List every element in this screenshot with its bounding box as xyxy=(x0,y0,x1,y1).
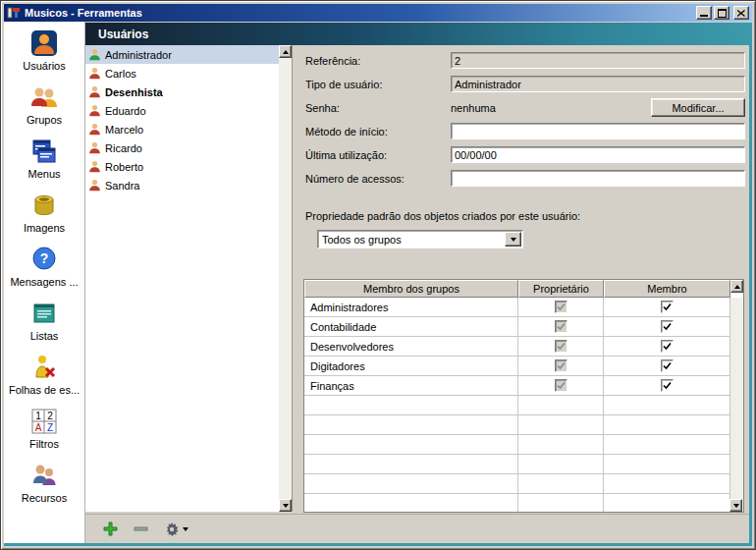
maximize-button[interactable] xyxy=(714,6,729,20)
membro-checkbox[interactable] xyxy=(661,340,674,353)
user-name: Marcelo xyxy=(105,124,143,136)
maximize-icon xyxy=(718,9,727,18)
membro-checkbox[interactable] xyxy=(661,301,674,313)
sidebar-item-label: Usuários xyxy=(23,60,65,72)
default-property-dropdown[interactable]: Todos os grupos xyxy=(317,230,523,248)
modify-password-button[interactable]: Modificar... xyxy=(651,98,745,117)
field-label: Referência: xyxy=(305,55,451,67)
form-row-tipo-de-usuario: Tipo de usuário:Administrador xyxy=(305,76,745,92)
membro-cell xyxy=(604,298,730,317)
group-row-digitadores[interactable]: Digitadores xyxy=(304,357,730,376)
ultima-utilizacao-input[interactable] xyxy=(451,146,745,163)
form-row-metodo-de-inicio: Método de início: xyxy=(305,123,745,139)
user-row-sandra[interactable]: Sandra xyxy=(85,176,279,194)
close-button[interactable] xyxy=(733,6,749,20)
user-detail-form: Referência:2Tipo de usuário:Administrado… xyxy=(296,47,745,248)
column-header-proprietario[interactable]: Proprietário xyxy=(518,280,604,298)
titlebar[interactable]: Musicos - Ferramentas xyxy=(4,4,752,22)
user-row-ricardo[interactable]: Ricardo xyxy=(85,138,279,157)
user-row-marcelo[interactable]: Marcelo xyxy=(85,120,279,138)
group-name: Administradores xyxy=(304,298,518,317)
arrow-up-icon xyxy=(283,50,289,54)
membro-cell xyxy=(604,317,730,337)
sidebar-item-imagens[interactable]: Imagens xyxy=(4,192,84,246)
user-row-administrador[interactable]: Administrador xyxy=(85,45,279,64)
user-row-desenhista[interactable]: Desenhista xyxy=(85,82,279,101)
sidebar-item-mensagens[interactable]: ?Mensagens ... xyxy=(4,246,84,300)
column-header-membro[interactable]: Membro xyxy=(604,280,730,298)
field-label: Método de início: xyxy=(305,126,451,138)
membro-checkbox[interactable] xyxy=(661,359,674,372)
window-controls xyxy=(696,6,749,20)
group-row-financas[interactable]: Finanças xyxy=(304,376,730,396)
user-item-icon xyxy=(88,123,101,136)
add-user-button[interactable] xyxy=(103,522,118,536)
sidebar-item-label: Menus xyxy=(27,168,60,180)
group-row-contabilidade[interactable]: Contabilidade xyxy=(304,317,730,337)
empty-row xyxy=(304,396,730,415)
sidebar-item-recursos[interactable]: Recursos xyxy=(4,462,84,516)
app-window: Musicos - Ferramentas UsuáriosGruposMenu… xyxy=(0,0,756,550)
proprietario-cell xyxy=(518,317,604,337)
group-name: Digitadores xyxy=(304,357,518,376)
user-name: Eduardo xyxy=(105,105,146,117)
table-scroll-down-button[interactable] xyxy=(729,499,742,512)
empty-row xyxy=(304,494,730,512)
group-row-administradores[interactable]: Administradores xyxy=(304,298,730,317)
membro-checkbox[interactable] xyxy=(661,320,674,333)
user-row-eduardo[interactable]: Eduardo xyxy=(85,101,279,120)
form-row-ultima-utilizacao: Última utilização: xyxy=(305,146,745,163)
column-header-membro-dos-grupos[interactable]: Membro dos grupos xyxy=(304,280,518,298)
sidebar: UsuáriosGruposMenusImagens?Mensagens ...… xyxy=(4,22,85,543)
proprietario-cell xyxy=(518,298,604,317)
groups-table: Membro dos grupos Proprietário Membro Ad… xyxy=(303,279,744,513)
default-properties-label: Propriedade padrão dos objetos criados p… xyxy=(305,210,745,222)
proprietario-checkbox[interactable] xyxy=(555,301,567,313)
senha-value: nenhuma xyxy=(451,102,651,114)
proprietario-cell xyxy=(518,357,604,376)
field-label: Número de acessos: xyxy=(305,173,451,185)
user-item-icon xyxy=(88,141,101,154)
proprietario-checkbox[interactable] xyxy=(555,320,567,333)
table-scroll-up-button[interactable] xyxy=(730,280,743,293)
referencia-field: 2 xyxy=(451,52,745,69)
sidebar-item-listas[interactable]: Listas xyxy=(4,300,84,354)
section-header: Usuários xyxy=(85,23,752,45)
table-header: Membro dos grupos Proprietário Membro xyxy=(304,280,743,298)
numero-de-acessos-input[interactable] xyxy=(451,170,745,187)
field-label: Última utilização: xyxy=(305,149,451,161)
user-item-icon xyxy=(88,48,101,61)
minimize-button[interactable] xyxy=(696,6,712,20)
resources-icon xyxy=(30,462,58,489)
user-item-icon xyxy=(88,160,101,173)
sidebar-item-grupos[interactable]: Grupos xyxy=(4,83,84,138)
metodo-de-inicio-input[interactable] xyxy=(451,123,745,139)
sidebar-item-folhas-de-es[interactable]: Folhas de es... xyxy=(4,354,84,408)
membro-checkbox[interactable] xyxy=(661,379,674,392)
settings-menu-button[interactable] xyxy=(164,522,189,537)
empty-row xyxy=(304,455,730,474)
scroll-up-button[interactable] xyxy=(279,45,292,58)
field-label: Senha: xyxy=(305,102,451,114)
scroll-down-button[interactable] xyxy=(279,499,292,512)
teal-edge-bottom xyxy=(4,543,752,546)
proprietario-checkbox[interactable] xyxy=(555,340,567,353)
user-row-carlos[interactable]: Carlos xyxy=(85,64,279,82)
svg-text:Z: Z xyxy=(47,422,53,433)
proprietario-checkbox[interactable] xyxy=(555,379,567,392)
user-name: Sandra xyxy=(105,180,139,192)
group-row-desenvolvedores[interactable]: Desenvolvedores xyxy=(304,337,730,357)
menus-icon xyxy=(30,138,58,165)
sidebar-item-label: Folhas de es... xyxy=(9,384,80,396)
form-rows: Referência:2Tipo de usuário:Administrado… xyxy=(296,52,745,187)
user-list: AdministradorCarlosDesenhistaEduardoMarc… xyxy=(85,45,293,512)
user-row-roberto[interactable]: Roberto xyxy=(85,157,279,176)
proprietario-checkbox[interactable] xyxy=(555,359,567,372)
sidebar-item-usuarios[interactable]: Usuários xyxy=(4,29,84,83)
remove-user-button[interactable] xyxy=(134,522,148,536)
dropdown-value: Todos os grupos xyxy=(318,234,504,246)
sidebar-item-menus[interactable]: Menus xyxy=(4,138,84,192)
table-scrollbar[interactable] xyxy=(730,298,743,512)
sidebar-item-filtros[interactable]: 12AZFiltros xyxy=(4,408,84,462)
user-list-scrollbar[interactable] xyxy=(279,45,292,512)
